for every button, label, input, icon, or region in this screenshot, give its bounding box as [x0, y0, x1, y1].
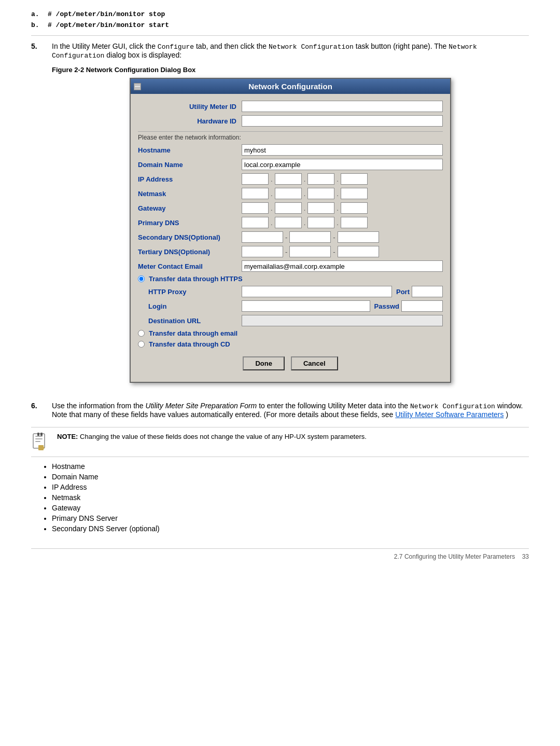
ip-address-row: IP Address . . . [138, 173, 443, 185]
network-config-dialog: — Network Configuration Utility Meter ID… [130, 78, 451, 383]
secondary-dns-row: Secondary DNS(Optional) - - [138, 231, 443, 243]
step6-text4: ) [506, 410, 508, 419]
step6-network-config: Network Configuration [410, 403, 495, 410]
domain-name-row: Domain Name [138, 159, 443, 170]
primary-dns-seg-1[interactable] [242, 217, 269, 228]
tertiary-dns-label: Tertiary DNS(Optional) [138, 248, 242, 256]
secondary-dns-seg-2[interactable] [289, 231, 331, 243]
port-input[interactable] [412, 286, 443, 297]
netmask-label: Netmask [138, 190, 242, 198]
transfer-cd-radio[interactable] [138, 341, 145, 348]
step-5: 5. In the Utility Meter GUI, click the C… [31, 42, 529, 393]
note-box: NOTE: Changing the value of these fields… [31, 427, 529, 457]
tertiary-dns-seg-3[interactable] [338, 246, 379, 257]
secondary-dns-seg-1[interactable] [242, 231, 283, 243]
destination-url-row: Destination URL [138, 315, 443, 326]
primary-dns-seg-2[interactable] [275, 217, 302, 228]
tertiary-dns-seg-2[interactable] [289, 246, 331, 257]
ip-seg-2[interactable] [275, 173, 302, 185]
primary-dns-field: . . . [242, 217, 443, 228]
step-5-text: In the Utility Meter GUI, click the Conf… [52, 42, 529, 60]
hostname-input[interactable] [242, 144, 443, 156]
transfer-https-radio[interactable] [138, 275, 145, 282]
meter-contact-email-label: Meter Contact Email [138, 263, 242, 270]
http-proxy-input[interactable] [242, 286, 392, 297]
http-proxy-row: HTTP Proxy Port [138, 286, 443, 297]
secondary-dns-seg-3[interactable] [338, 231, 379, 243]
gateway-seg-4[interactable] [341, 202, 368, 214]
step6-form-name: Utility Meter Site Preparation Form [146, 402, 257, 410]
svg-rect-6 [40, 433, 43, 436]
step5-text-suffix: task button (right pane). The [356, 42, 447, 50]
primary-dns-seg-4[interactable] [341, 217, 368, 228]
transfer-email-label: Transfer data through email [149, 329, 237, 337]
transfer-cd-label: Transfer data through CD [149, 340, 230, 348]
transfer-email-radio[interactable] [138, 330, 145, 337]
ip-seg-3[interactable] [307, 173, 334, 185]
secondary-dns-field: - - [242, 231, 443, 243]
gateway-seg-3[interactable] [307, 202, 334, 214]
note-icon [31, 433, 50, 451]
netmask-seg-3[interactable] [307, 188, 334, 199]
gateway-seg-1[interactable] [242, 202, 269, 214]
gateway-row: Gateway . . . [138, 202, 443, 214]
cancel-button[interactable]: Cancel [291, 356, 338, 370]
ip-address-field: . . . [242, 173, 443, 185]
svg-rect-1 [35, 436, 43, 437]
svg-rect-3 [35, 441, 40, 442]
step-5-content: In the Utility Meter GUI, click the Conf… [52, 42, 529, 393]
figure-caption: Figure 2-2 Network Configuration Dialog … [52, 66, 529, 74]
notepad-icon [31, 433, 50, 451]
done-button[interactable]: Done [243, 356, 285, 370]
footer-page: 33 [522, 553, 529, 560]
step6-link[interactable]: Utility Meter Software Parameters [395, 410, 503, 419]
step5-text-end: dialog box is displayed: [106, 51, 181, 59]
dialog-minimize-button[interactable]: — [134, 83, 141, 90]
hardware-id-row: Hardware ID [138, 114, 443, 128]
gateway-seg-2[interactable] [275, 202, 302, 214]
netmask-seg-2[interactable] [275, 188, 302, 199]
note-label: NOTE: [57, 433, 78, 440]
svg-rect-2 [35, 438, 43, 439]
step5-configure-tab: Configure [158, 43, 194, 51]
ip-address-label: IP Address [138, 175, 242, 183]
login-row: Login Passwd [138, 300, 443, 312]
primary-dns-label: Primary DNS [138, 219, 242, 227]
hostname-row: Hostname [138, 144, 443, 156]
destination-url-input[interactable] [242, 315, 443, 326]
tertiary-dns-field: - - [242, 246, 443, 257]
domain-name-input[interactable] [242, 159, 443, 170]
bullet-item-4: Gateway [52, 504, 529, 512]
tertiary-dns-seg-1[interactable] [242, 246, 283, 257]
transfer-cd-row: Transfer data through CD [138, 340, 443, 348]
gateway-field: . . . [242, 202, 443, 214]
secondary-dns-label: Secondary DNS(Optional) [138, 233, 242, 241]
step5-text-prefix: In the Utility Meter GUI, click the [52, 42, 156, 50]
ip-seg-1[interactable] [242, 173, 269, 185]
bullet-item-2: IP Address [52, 483, 529, 491]
note-text-block: NOTE: Changing the value of these fields… [57, 433, 367, 440]
bullet-item-5: Primary DNS Server [52, 514, 529, 522]
meter-contact-email-row: Meter Contact Email [138, 260, 443, 272]
step5-text-mid: tab, and then click the [196, 42, 267, 50]
hardware-id-label: Hardware ID [138, 117, 242, 125]
meter-contact-email-input[interactable] [242, 260, 443, 272]
step5-network-config-task: Network Configuration [269, 43, 354, 51]
hostname-label: Hostname [138, 146, 242, 154]
destination-url-label: Destination URL [148, 317, 242, 325]
primary-dns-seg-3[interactable] [307, 217, 334, 228]
note-content: Changing the value of these fields does … [80, 433, 367, 440]
passwd-input[interactable] [401, 300, 443, 312]
transfer-https-label: Transfer data through HTTPS [149, 275, 243, 283]
netmask-seg-1[interactable] [242, 188, 269, 199]
ip-seg-4[interactable] [341, 173, 368, 185]
netmask-seg-4[interactable] [341, 188, 368, 199]
utility-meter-id-input[interactable] [242, 101, 443, 112]
cmd-b-code: # /opt/meter/bin/monitor start [48, 21, 169, 29]
login-input[interactable] [242, 300, 370, 312]
netmask-field: . . . [242, 188, 443, 199]
page-footer: 2.7 Configuring the Utility Meter Parame… [31, 548, 529, 560]
step-6-number: 6. [31, 402, 44, 410]
transfer-https-row: Transfer data through HTTPS [138, 275, 443, 283]
hardware-id-input[interactable] [242, 115, 443, 127]
